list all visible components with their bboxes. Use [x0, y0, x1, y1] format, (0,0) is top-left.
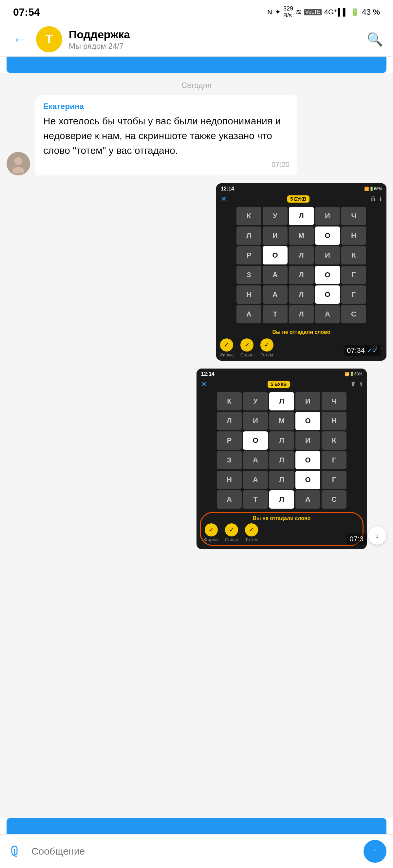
- cell: О: [315, 285, 340, 304]
- word-btn-2: ✓: [240, 338, 253, 351]
- sender-name: Екатерина: [43, 102, 290, 111]
- game-grid-2: К У Л И Ч Л И М О Н Р О: [196, 390, 367, 512]
- cell: У: [243, 392, 268, 410]
- game-grid-1: К У Л И Ч Л И М О Н Р О: [216, 205, 387, 327]
- message-bubble: Екатерина Не хотелось бы чтобы у вас был…: [35, 95, 297, 176]
- grid2-row-6: А Т Л А С: [200, 490, 364, 508]
- cell: М: [269, 412, 294, 430]
- word-btn-4: ✓: [205, 523, 218, 536]
- game-time-2: 12:14: [201, 371, 214, 377]
- nfc-icon: N: [267, 8, 272, 16]
- cell: И: [295, 392, 320, 410]
- cell: К: [322, 431, 346, 450]
- cell: Л: [269, 392, 294, 410]
- info-icon-2: ℹ: [360, 381, 362, 388]
- grid2-row-1: К У Л И Ч: [200, 392, 364, 410]
- chat-header: ← T Поддержка Мы рядом 24/7 🔍: [0, 22, 393, 57]
- trash-icon-2: 🗑: [351, 381, 357, 388]
- game-screenshot-1: 12:14 📶🔋68% ✕ 5 БУКВ 🗑 ℹ К У: [216, 183, 387, 361]
- message-time: 07:20: [43, 160, 290, 169]
- word-label-6: Тотем: [245, 537, 258, 542]
- status-bar: 07:54 N ✦ 329B/s ≋ VoLTE 4G⁺▌▌ 🔋 43 %: [0, 0, 393, 22]
- cell: У: [263, 207, 288, 225]
- word-label-3: Тотем: [260, 352, 273, 358]
- cell: И: [243, 412, 268, 430]
- grid-row-2: Л И М О Н: [219, 226, 383, 245]
- word-btn-5: ✓: [225, 523, 238, 536]
- blue-bottom-bar: [6, 818, 387, 834]
- game-action-icons-1: 🗑 ℹ: [370, 195, 382, 203]
- word-group-6: ✓ Тотем: [245, 523, 258, 542]
- cell: И: [315, 207, 340, 225]
- grid-row-5: Н А Л О Г: [219, 285, 383, 304]
- word-btn-3: ✓: [260, 338, 273, 351]
- cell: Л: [217, 412, 242, 430]
- cell: Л: [289, 305, 314, 323]
- game-badge-1: 5 БУКВ: [287, 195, 310, 203]
- signal-icon: 4G⁺▌▌: [324, 8, 348, 17]
- game-screenshot-2: 12:14 📶🔋68% ✕ 5 БУКВ 🗑 ℹ К У: [196, 369, 367, 549]
- cell: К: [217, 392, 242, 410]
- word-label-2: Саван: [240, 352, 254, 358]
- game-badge-2: 5 БУКВ: [268, 381, 290, 388]
- cell: А: [237, 305, 261, 323]
- game-header-2: ✕ 5 БУКВ 🗑 ℹ: [196, 378, 367, 390]
- attach-button[interactable]: [6, 841, 26, 861]
- cell: О: [315, 266, 340, 284]
- incoming-message: Екатерина Не хотелось бы чтобы у вас был…: [6, 95, 387, 176]
- cell: З: [237, 266, 261, 284]
- cell: О: [315, 226, 340, 245]
- game-statusbar-1: 12:14 📶🔋68%: [216, 183, 387, 193]
- cell: Г: [322, 451, 346, 469]
- cell: О: [295, 451, 320, 469]
- cell: С: [322, 490, 346, 508]
- status-time: 07:54: [13, 6, 40, 18]
- send-button[interactable]: ↑: [364, 840, 387, 863]
- scroll-down-button[interactable]: ↓: [368, 526, 387, 545]
- game-action-icons-2: 🗑 ℹ: [351, 381, 362, 388]
- cell: О: [295, 471, 320, 489]
- word-group-5: ✓ Саван: [225, 523, 238, 542]
- grid-row-4: З А Л О Г: [219, 266, 383, 284]
- game-bottom-bar-2: ✓ Фирма ✓ Саван ✓ Тотем: [204, 523, 359, 542]
- header-avatar: T: [36, 26, 62, 52]
- grid2-row-3: Р О Л И К: [200, 431, 364, 450]
- battery-icon: 🔋: [351, 8, 359, 17]
- send-icon: ↑: [373, 846, 377, 857]
- grid2-row-4: З А Л О Г: [200, 451, 364, 469]
- word-btn-1: ✓: [220, 338, 233, 351]
- cell: Ч: [341, 207, 366, 225]
- cell: Т: [243, 490, 268, 508]
- back-button[interactable]: ←: [10, 31, 29, 48]
- blue-top-bar: [6, 57, 387, 73]
- message-input[interactable]: [31, 846, 358, 857]
- message-text: Не хотелось бы чтобы у вас были недопони…: [43, 114, 290, 158]
- cell: А: [217, 490, 242, 508]
- cell: А: [295, 490, 320, 508]
- cell: Л: [269, 490, 294, 508]
- cell: Ч: [322, 392, 346, 410]
- cell: Л: [289, 246, 314, 265]
- cell: Л: [269, 431, 294, 450]
- screenshot2-message: 12:14 📶🔋68% ✕ 5 БУКВ 🗑 ℹ К У: [6, 369, 387, 549]
- input-bar: ↑: [0, 834, 393, 868]
- grid-row-6: А Т Л А С: [219, 305, 383, 323]
- grid-row-1: К У Л И Ч: [219, 207, 383, 225]
- cell: Т: [263, 305, 288, 323]
- cell: И: [315, 246, 340, 265]
- grid-row-3: Р О Л И К: [219, 246, 383, 265]
- cell: Н: [322, 412, 346, 430]
- cell: К: [341, 246, 366, 265]
- image-time-1: 07:34 ✓✓: [343, 345, 381, 356]
- svg-point-1: [14, 157, 22, 165]
- game-header-1: ✕ 5 БУКВ 🗑 ℹ: [216, 193, 387, 205]
- avatar-letter: T: [46, 32, 53, 46]
- cell: Г: [322, 471, 346, 489]
- cell: Н: [237, 285, 261, 304]
- status-icons: N ✦ 329B/s ≋ VoLTE 4G⁺▌▌ 🔋 43 %: [267, 5, 380, 19]
- cell: З: [217, 451, 242, 469]
- game-statusbar-2: 12:14 📶🔋68%: [196, 369, 367, 378]
- cell: А: [243, 471, 268, 489]
- cell: И: [263, 226, 288, 245]
- search-button[interactable]: 🔍: [367, 32, 383, 47]
